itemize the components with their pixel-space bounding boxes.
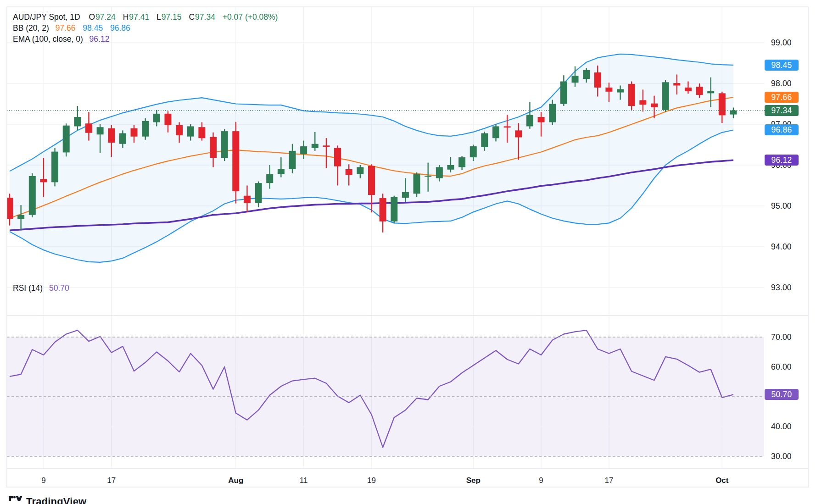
legend-ema-row[interactable]: EMA (100, close, 0) 96.12 [13,33,278,44]
close-value: 97.34 [195,12,215,22]
price-tick-99.00: 99.00 [771,38,792,48]
rsi-tick-30.00: 30.00 [771,452,792,461]
time-label-Sep: Sep [466,476,481,485]
low-value: 97.15 [162,12,182,22]
low-group: L97.15 [156,12,182,22]
time-label-11: 11 [300,476,308,485]
rsi-tick-70.00: 70.00 [771,332,792,342]
open-group: O97.24 [89,12,115,22]
time-label-9: 9 [41,476,45,485]
legend-rsi-row[interactable]: RSI (14) 50.70 [13,282,69,294]
tradingview-watermark-text: TradingView [26,496,86,504]
rsi-tick-60.00: 60.00 [771,362,792,372]
bb-upper-value: 98.45 [83,23,103,33]
rsi-label: RSI (14) [13,283,43,293]
bb-lower-value: 96.86 [110,23,130,33]
ema-value: 96.12 [89,34,110,44]
time-label-9: 9 [539,476,543,485]
price-badge-98.45: 98.45 [765,60,799,71]
price-tick-98.00: 98.00 [771,79,792,89]
axis-layer: 99.0098.0097.0096.0095.0094.0093.0070.00… [0,0,816,504]
chart-legend[interactable]: AUD/JPY Spot, 1D O97.24 H97.41 L97.15 C9… [13,11,278,44]
legend-bb-row[interactable]: BB (20, 2) 97.66 98.45 96.86 [13,22,278,33]
time-label-Aug: Aug [228,476,243,485]
close-group: C97.34 [189,12,215,22]
rsi-tick-40.00: 40.00 [771,422,792,432]
high-group: H97.41 [123,12,149,22]
price-badge-96.86: 96.86 [765,124,799,135]
rsi-value: 50.70 [49,283,69,293]
time-label-17: 17 [604,476,613,485]
bb-label: BB (20, 2) [13,23,49,33]
bb-basis-value: 97.66 [56,23,76,33]
tradingview-attribution[interactable]: TradingView [9,496,86,504]
tradingview-logo-icon [9,496,22,501]
price-badge-97.34: 97.34 [765,105,799,116]
price-tick-95.00: 95.00 [771,201,792,211]
rsi-legend[interactable]: RSI (14) 50.70 [13,282,69,294]
price-tick-93.00: 93.00 [771,283,792,293]
price-badge-96.12: 96.12 [765,155,799,166]
time-label-17: 17 [107,476,116,485]
open-value: 97.24 [95,12,116,22]
price-tick-94.00: 94.00 [771,242,792,252]
time-label-Oct: Oct [715,476,728,485]
price-badge-97.66: 97.66 [765,92,799,103]
legend-symbol-row[interactable]: AUD/JPY Spot, 1D O97.24 H97.41 L97.15 C9… [13,11,278,22]
symbol-title: AUD/JPY Spot, 1D [13,12,80,22]
ema-label: EMA (100, close, 0) [13,34,83,44]
high-value: 97.41 [129,12,149,22]
price-badge-50.70: 50.70 [765,389,799,400]
change-value: +0.07 (+0.08%) [223,12,278,22]
time-label-19: 19 [367,476,376,485]
